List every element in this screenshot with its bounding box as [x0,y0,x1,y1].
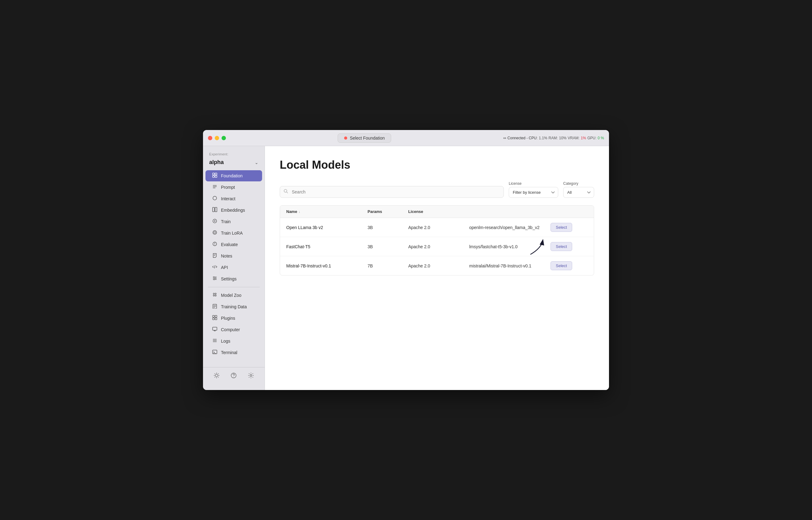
svg-rect-8 [213,207,214,212]
license-filter-select[interactable]: Filter by license [509,187,558,198]
svg-rect-1 [215,173,217,175]
sidebar-item-embeddings[interactable]: Embeddings [206,205,262,216]
license-filter-label: License [509,181,558,186]
model-name: FastChat-T5 [286,244,368,249]
brightness-icon[interactable] [212,371,221,381]
cpu-value: 1.1% [539,136,547,140]
sidebar-item-train[interactable]: Train [206,216,262,227]
svg-point-46 [215,374,218,377]
svg-rect-2 [213,176,214,177]
col-name: Name ↓ [286,209,368,214]
experiment-selector[interactable]: alpha ⌄ [207,157,261,167]
settings-icon [212,276,218,282]
close-button[interactable] [208,136,212,140]
table-row: FastChat-T5 3B Apache 2.0 lmsys/fastchat… [280,237,594,256]
gear-icon[interactable] [247,371,255,381]
model-action-cell: Select [550,223,588,232]
sidebar-item-plugins[interactable]: Plugins [206,313,262,324]
col-params: Params [368,209,408,214]
models-table: Name ↓ Params License Open LLama 3b [280,205,594,276]
search-input[interactable] [280,186,504,198]
svg-point-29 [215,295,216,296]
sidebar-item-terminal[interactable]: Terminal [206,347,262,358]
sidebar-item-model-zoo[interactable]: Model Zoo [206,290,262,301]
computer-icon [212,327,218,333]
sidebar-item-api[interactable]: API [206,262,262,273]
app-body: Experiment: alpha ⌄ [203,146,609,390]
foundation-badge-label: Select Foundation [350,136,385,140]
svg-line-19 [214,265,215,268]
foundation-icon [212,173,218,179]
maximize-button[interactable] [222,136,226,140]
svg-point-7 [213,196,217,200]
chevron-down-icon: ⌄ [255,160,259,165]
sidebar-item-label: Interact [221,196,236,201]
sidebar-item-interact[interactable]: Interact [206,193,262,204]
svg-point-57 [234,377,234,377]
help-icon[interactable] [229,371,238,381]
minimize-button[interactable] [215,136,219,140]
category-filter-select[interactable]: All [563,187,594,198]
search-wrapper [280,186,504,198]
model-name: Mistral-7B-Instruct-v0.1 [286,263,368,268]
table-row: Open LLama 3b v2 3B Apache 2.0 openlm-re… [280,218,594,237]
titlebar-status: ⇔ Connected - CPU: 1.1% RAM: 10% VRAM: 1… [503,136,604,140]
terminal-icon [212,349,218,356]
titlebar: Select Foundation ⇔ Connected - CPU: 1.1… [203,130,609,146]
sidebar-item-label: Computer [221,327,240,332]
col-action [550,209,588,214]
badge-status-dot [344,136,347,139]
experiment-label: Experiment: [207,151,261,157]
svg-line-60 [287,192,288,193]
sidebar: Experiment: alpha ⌄ [203,146,265,390]
select-button[interactable]: Select [550,261,572,270]
model-params: 7B [368,263,408,268]
sidebar-item-label: API [221,265,228,270]
gpu-label: GPU: [587,136,596,140]
search-icon [283,189,289,195]
status-connected: Connected - CPU: [508,136,538,140]
sidebar-item-evaluate[interactable]: Evaluate [206,239,262,250]
sidebar-item-label: Embeddings [221,208,245,213]
table-header: Name ↓ Params License [280,206,594,218]
connection-icon: ⇔ [503,136,506,140]
gpu-value: 0 % [598,136,604,140]
foundation-badge: Select Foundation [337,133,391,143]
model-repo: lmsys/fastchat-t5-3b-v1.0 [469,244,550,249]
category-filter-label: Category [563,181,594,186]
experiment-name: alpha [209,159,224,165]
sidebar-item-settings[interactable]: Settings [206,273,262,284]
svg-point-12 [213,231,217,234]
sidebar-item-foundation[interactable]: Foundation [206,170,262,181]
traffic-lights [208,136,226,140]
col-repo [469,209,550,214]
sidebar-item-notes[interactable]: Notes [206,251,262,262]
svg-rect-9 [215,207,217,212]
svg-point-26 [213,293,214,294]
model-params: 3B [368,225,408,230]
sidebar-item-logs[interactable]: Logs [206,336,262,347]
svg-point-11 [214,220,215,222]
ram-label: RAM: [549,136,558,140]
evaluate-icon [212,241,218,248]
sort-icon: ↓ [298,210,300,214]
sidebar-item-label: Terminal [221,350,237,355]
sidebar-item-label: Evaluate [221,242,238,247]
sidebar-item-train-lora[interactable]: Train LoRA [206,228,262,239]
model-license: Apache 2.0 [408,263,469,268]
sidebar-item-label: Notes [221,254,233,258]
main-content: Local Models License Filter by lice [265,146,609,390]
select-button[interactable]: Select [550,242,572,251]
sidebar-item-prompt[interactable]: Prompt [206,182,262,193]
sidebar-item-training-data[interactable]: Training Data [206,301,262,312]
sidebar-item-label: Training Data [221,304,247,309]
sidebar-item-computer[interactable]: Computer [206,324,262,335]
svg-line-52 [218,377,218,378]
select-button[interactable]: Select [550,223,572,232]
prompt-icon [212,184,218,190]
model-action-cell: Select [550,242,588,251]
sidebar-item-label: Train [221,219,231,224]
svg-point-13 [214,232,216,233]
model-license: Apache 2.0 [408,244,469,249]
model-license: Apache 2.0 [408,225,469,230]
